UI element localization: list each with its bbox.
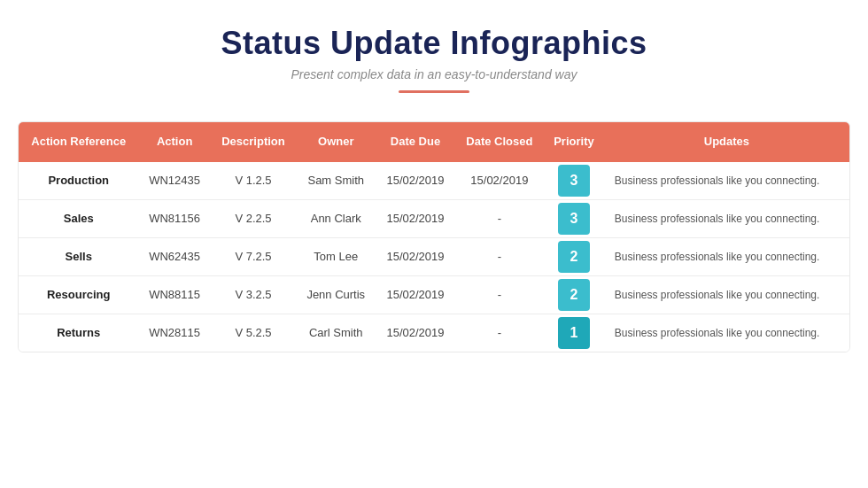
cell-action-ref: Resourcing [19,275,138,314]
table-row: ResourcingWN88115V 3.2.5Jenn Curtis15/02… [19,275,849,314]
cell-date-due: 15/02/2019 [376,237,454,275]
cell-owner: Sam Smith [296,162,376,200]
table-row: ProductionWN12435V 1.2.5Sam Smith15/02/2… [19,162,849,200]
cell-date-closed: - [455,199,544,237]
cell-date-due: 15/02/2019 [376,162,454,200]
cell-description: V 3.2.5 [211,275,296,314]
cell-description: V 2.2.5 [211,199,296,237]
cell-owner: Carl Smith [296,314,376,352]
col-action-reference: Action Reference [19,122,138,162]
table-row: SellsWN62435V 7.2.5Tom Lee15/02/2019-2Bu… [19,237,849,275]
cell-action: WN28115 [138,314,210,352]
priority-badge: 3 [558,203,590,235]
cell-updates: Business professionals like you connecti… [604,275,849,314]
cell-owner: Ann Clark [296,199,376,237]
col-updates: Updates [604,122,849,162]
priority-badge: 1 [558,317,590,349]
priority-badge: 2 [558,279,590,311]
cell-date-due: 15/02/2019 [376,314,454,352]
cell-updates: Business professionals like you connecti… [604,237,849,275]
cell-owner: Tom Lee [296,237,376,275]
col-priority: Priority [544,122,604,162]
status-table: Action Reference Action Description Owne… [19,122,849,352]
cell-owner: Jenn Curtis [296,275,376,314]
table-body: ProductionWN12435V 1.2.5Sam Smith15/02/2… [19,162,849,352]
cell-action-ref: Returns [19,314,138,352]
cell-action-ref: Production [19,162,138,200]
page-subtitle: Present complex data in an easy-to-under… [221,67,647,81]
cell-action: WN62435 [138,237,210,275]
cell-updates: Business professionals like you connecti… [604,162,849,200]
cell-date-closed: - [455,275,544,314]
cell-date-due: 15/02/2019 [376,275,454,314]
cell-action: WN81156 [138,199,210,237]
table-row: ReturnsWN28115V 5.2.5Carl Smith15/02/201… [19,314,849,352]
cell-priority: 2 [544,275,604,314]
table-row: SalesWN81156V 2.2.5Ann Clark15/02/2019-3… [19,199,849,237]
cell-updates: Business professionals like you connecti… [604,199,849,237]
cell-description: V 5.2.5 [211,314,296,352]
cell-description: V 1.2.5 [211,162,296,200]
cell-date-closed: - [455,314,544,352]
header-section: Status Update Infographics Present compl… [221,25,647,93]
cell-action: WN12435 [138,162,210,200]
cell-date-due: 15/02/2019 [376,199,454,237]
cell-description: V 7.2.5 [211,237,296,275]
cell-action: WN88115 [138,275,210,314]
cell-priority: 2 [544,237,604,275]
col-owner: Owner [296,122,376,162]
priority-badge: 2 [558,241,590,273]
divider [399,90,469,93]
priority-badge: 3 [558,165,590,197]
col-action: Action [138,122,210,162]
cell-updates: Business professionals like you connecti… [604,314,849,352]
cell-action-ref: Sales [19,199,138,237]
status-table-container: Action Reference Action Description Owne… [18,121,850,352]
cell-priority: 1 [544,314,604,352]
col-date-due: Date Due [376,122,454,162]
cell-date-closed: - [455,237,544,275]
col-date-closed: Date Closed [455,122,544,162]
col-description: Description [211,122,296,162]
cell-date-closed: 15/02/2019 [455,162,544,200]
cell-action-ref: Sells [19,237,138,275]
cell-priority: 3 [544,162,604,200]
cell-priority: 3 [544,199,604,237]
table-header-row: Action Reference Action Description Owne… [19,122,849,162]
page-title: Status Update Infographics [221,25,647,62]
